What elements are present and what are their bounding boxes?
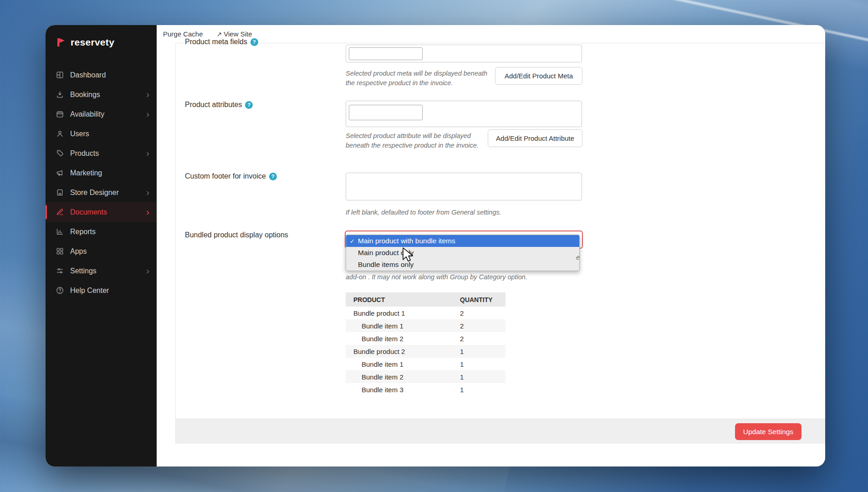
product-meta-help: Selected product meta will be displayed … [346,69,492,88]
brand-logo[interactable]: reservety [46,25,157,48]
apps-icon [56,247,64,256]
bundled-display-help: add-on . It may not work along with Grou… [346,272,592,282]
sidebar-item-label: Help Center [70,287,109,295]
sidebar-item-apps[interactable]: Apps [46,241,157,261]
sidebar-item-label: Documents [70,208,107,216]
desktop: reservety Dashboard Bookings › Availabil… [0,0,868,492]
bundle-preview-table: PRODUCT QUANTITY Bundle product 1 2 Bund… [346,292,505,396]
documents-icon [56,208,64,216]
dropdown-option-main-with-bundle[interactable]: ✓ Main product with bundle items [346,235,579,247]
field-label-custom-footer: Custom footer for invoice ? [185,172,277,180]
table-header-row: PRODUCT QUANTITY [346,292,505,307]
sidebar-nav: Dashboard Bookings › Availability › User… [46,65,157,300]
view-site-link[interactable]: ↗ View Site [217,30,252,38]
table-cell-quantity: 1 [459,373,464,381]
settings-icon [56,266,64,275]
main-content: Purge Cache ↗ View Site Product meta fie… [157,25,825,466]
product-attributes-selectbox[interactable] [346,101,582,127]
label-text: Custom footer for invoice [185,172,266,180]
sidebar-item-label: Store Designer [70,189,119,197]
table-cell-quantity: 2 [459,309,464,317]
help-icon[interactable]: ? [250,38,258,46]
dashboard-icon [56,71,64,79]
sidebar-item-help-center[interactable]: Help Center [46,281,157,300]
table-cell-quantity: 2 [459,322,464,330]
add-edit-product-meta-button[interactable]: Add/Edit Product Meta [495,67,582,85]
purge-cache-link[interactable]: Purge Cache [163,30,203,38]
view-site-label: View Site [224,30,252,38]
table-cell-product: Bundle item 1 [346,322,459,330]
bundled-display-dropdown: ✓ Main product with bundle items Main pr… [346,235,580,271]
brand-name: reservety [71,37,114,48]
product-meta-selectbox[interactable] [346,45,582,62]
dropdown-option-main-only[interactable]: Main product only [346,247,579,259]
settings-footer-bar: Update Settings [176,419,825,444]
help-icon[interactable]: ? [245,101,253,109]
chevron-right-icon: › [146,148,149,159]
custom-footer-textarea[interactable] [346,173,582,200]
check-icon: ✓ [350,238,358,245]
app-window: reservety Dashboard Bookings › Availabil… [46,25,825,466]
sidebar-item-documents[interactable]: Documents › [46,202,157,222]
sidebar-item-label: Availability [70,110,104,118]
table-cell-product: Bundle product 1 [346,309,459,317]
sidebar-item-availability[interactable]: Availability › [46,104,157,124]
sidebar-item-products[interactable]: Products › [46,144,157,163]
users-icon [56,129,64,138]
sidebar-item-label: Products [70,149,99,158]
table-row: Bundle item 2 1 [346,370,505,383]
help-icon[interactable]: ? [269,173,277,180]
table-cell-product: Bundle item 2 [346,335,459,343]
table-cell-quantity: 1 [459,360,464,368]
add-edit-product-attribute-button[interactable]: Add/Edit Product Attribute [488,129,582,147]
option-label: Main product only [358,249,414,257]
table-row: Bundle item 1 1 [346,358,505,370]
product-attributes-input[interactable] [349,105,423,120]
table-cell-product: Bundle item 1 [346,360,459,368]
table-row: Bundle item 1 2 [346,319,505,332]
sidebar-item-users[interactable]: Users [46,124,157,144]
product-attributes-help: Selected product attribute will be displ… [346,131,488,150]
table-cell-product: Bundle item 2 [346,373,459,381]
table-row: Bundle product 1 2 [346,307,505,319]
table-cell-product: Bundle item 3 [346,386,459,394]
chevron-right-icon: › [146,266,149,277]
external-link-icon: ↗ [217,31,222,38]
sidebar-item-label: Bookings [70,91,100,99]
help-icon [56,286,64,295]
chevron-right-icon: › [146,207,149,218]
table-cell-quantity: 1 [459,386,464,394]
dropdown-option-bundle-only[interactable]: Bundle items only [346,259,579,271]
label-text: Bundled product display options [185,231,288,239]
sidebar-item-settings[interactable]: Settings › [46,261,157,281]
reservety-logo-icon [56,37,66,48]
chevron-right-icon: › [146,187,149,198]
table-row: Bundle item 2 2 [346,332,505,345]
product-meta-input[interactable] [349,47,423,60]
field-label-bundled-display: Bundled product display options [185,231,288,239]
table-cell-quantity: 1 [459,348,464,355]
sidebar-item-dashboard[interactable]: Dashboard [46,65,157,85]
table-cell-product: Bundle product 2 [346,348,459,355]
sidebar-item-bookings[interactable]: Bookings › [46,85,157,104]
sidebar-item-reports[interactable]: Reports [46,222,157,241]
field-label-product-meta: Product meta fields ? [185,38,258,46]
sidebar-item-label: Dashboard [70,71,106,79]
sidebar-item-label: Apps [70,247,87,256]
custom-footer-help: If left blank, defaulted to footer from … [346,208,582,217]
option-label: Main product with bundle items [358,237,455,245]
sidebar-item-marketing[interactable]: Marketing [46,163,157,183]
sidebar: reservety Dashboard Bookings › Availabil… [46,25,157,466]
table-header-product: PRODUCT [346,296,459,303]
products-icon [56,149,64,158]
reports-icon [56,227,64,236]
sidebar-item-label: Settings [70,267,97,275]
table-row: Bundle item 3 1 [346,383,505,396]
occluded-help-fragment: e [576,254,580,261]
sidebar-item-label: Reports [70,228,96,236]
sidebar-item-label: Marketing [70,169,102,177]
chevron-right-icon: › [146,109,149,120]
update-settings-button[interactable]: Update Settings [735,423,802,440]
label-text: Product attributes [185,101,242,109]
sidebar-item-store-designer[interactable]: Store Designer › [46,183,157,202]
